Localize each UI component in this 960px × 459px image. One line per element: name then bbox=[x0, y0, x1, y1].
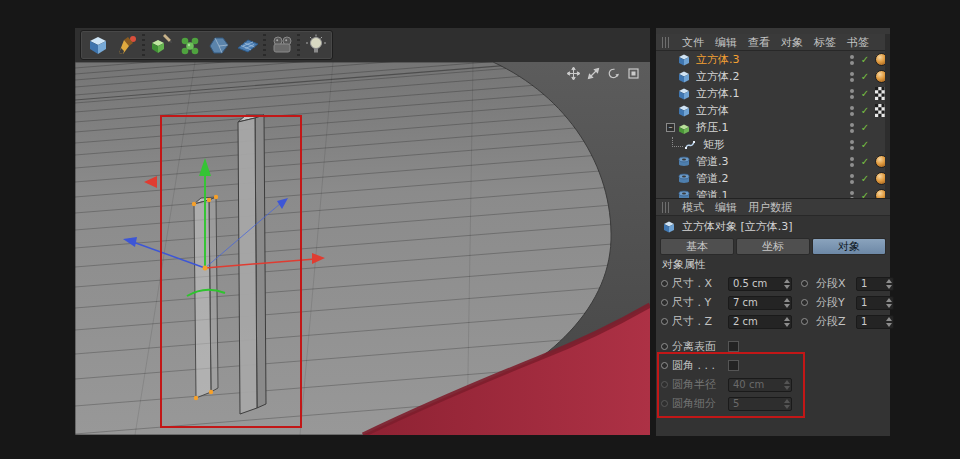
zoom-icon[interactable] bbox=[587, 67, 600, 80]
viewport-canvas[interactable] bbox=[75, 62, 650, 435]
anim-dot[interactable] bbox=[661, 299, 668, 306]
array-generator-icon[interactable] bbox=[175, 31, 204, 59]
enabled-check-icon[interactable]: ✓ bbox=[859, 190, 871, 198]
enabled-check-icon[interactable]: ✓ bbox=[859, 71, 871, 82]
menu-edit[interactable]: 编辑 bbox=[715, 200, 737, 215]
row-separate-surfaces: 分离表面 bbox=[656, 337, 890, 356]
fillet-subdivision-input: 5 bbox=[728, 397, 792, 411]
menu-bookmarks[interactable]: 书签 bbox=[847, 35, 869, 50]
object-row-tube1-clipped[interactable]: 管道.1 ✓ bbox=[656, 187, 890, 198]
visibility-toggles[interactable] bbox=[850, 123, 854, 133]
menu-userdata[interactable]: 用户数据 bbox=[748, 200, 792, 215]
plane-tool-icon[interactable] bbox=[233, 31, 262, 59]
object-label: 立方体.3 bbox=[696, 52, 850, 67]
object-list-scrollbar[interactable] bbox=[885, 34, 890, 198]
visibility-toggles[interactable] bbox=[850, 191, 854, 199]
menu-tags[interactable]: 标签 bbox=[814, 35, 836, 50]
menu-view[interactable]: 查看 bbox=[748, 35, 770, 50]
visibility-toggles[interactable] bbox=[850, 106, 854, 116]
toolbar-separator bbox=[297, 34, 300, 56]
menu-object[interactable]: 对象 bbox=[781, 35, 803, 50]
tab-coords[interactable]: 坐标 bbox=[736, 238, 810, 255]
size-z-input[interactable]: 2 cm bbox=[728, 315, 792, 329]
cube-primitive-icon[interactable] bbox=[83, 31, 112, 59]
stepper[interactable] bbox=[782, 278, 791, 290]
seg-x-label: 分段X bbox=[816, 276, 856, 291]
spline-object-icon bbox=[684, 138, 699, 152]
enabled-check-icon[interactable]: ✓ bbox=[859, 122, 871, 133]
object-row-cube2[interactable]: 立方体.2 ✓ bbox=[656, 68, 890, 85]
anim-dot[interactable] bbox=[801, 318, 808, 325]
stepper[interactable] bbox=[782, 297, 791, 309]
object-label: 立方体.1 bbox=[696, 86, 850, 101]
enabled-check-icon[interactable]: ✓ bbox=[859, 156, 871, 167]
enabled-check-icon[interactable]: ✓ bbox=[859, 88, 871, 99]
tab-basic[interactable]: 基本 bbox=[660, 238, 734, 255]
object-row-cube[interactable]: 立方体 ✓ bbox=[656, 102, 890, 119]
fillet-checkbox[interactable] bbox=[728, 360, 739, 371]
toggle-view-icon[interactable] bbox=[627, 67, 640, 80]
fillet-sub-label: 圆角细分 bbox=[672, 396, 728, 411]
menu-edit[interactable]: 编辑 bbox=[715, 35, 737, 50]
seg-z-input[interactable]: 1 bbox=[856, 315, 894, 329]
seg-x-input[interactable]: 1 bbox=[856, 277, 894, 291]
cube-object-icon bbox=[677, 104, 692, 118]
collapse-expander-icon[interactable]: – bbox=[666, 123, 675, 132]
tab-object[interactable]: 对象 bbox=[812, 238, 886, 255]
anim-dot[interactable] bbox=[661, 318, 668, 325]
stone-tool-icon[interactable] bbox=[204, 31, 233, 59]
object-row-cube1[interactable]: 立方体.1 ✓ bbox=[656, 85, 890, 102]
tree-elbow bbox=[672, 137, 683, 147]
attribute-title: 立方体对象 [立方体.3] bbox=[682, 219, 793, 234]
seg-y-input[interactable]: 1 bbox=[856, 296, 894, 310]
enabled-check-icon[interactable]: ✓ bbox=[859, 54, 871, 65]
row-size-z: 尺寸 . Z 2 cm 分段Z 1 bbox=[656, 312, 890, 331]
modeling-tool-icon[interactable] bbox=[146, 31, 175, 59]
size-x-input[interactable]: 0.5 cm bbox=[728, 277, 792, 291]
stepper[interactable] bbox=[782, 316, 791, 328]
tube-object-icon bbox=[677, 172, 692, 186]
visibility-toggles[interactable] bbox=[850, 89, 854, 99]
anim-dot[interactable] bbox=[801, 280, 808, 287]
anim-dot[interactable] bbox=[801, 299, 808, 306]
enabled-check-icon[interactable]: ✓ bbox=[859, 105, 871, 116]
anim-dot[interactable] bbox=[661, 362, 668, 369]
visibility-toggles[interactable] bbox=[850, 55, 854, 65]
section-object-properties: 对象属性 bbox=[656, 257, 890, 273]
camera-tool-icon[interactable] bbox=[267, 31, 296, 59]
attribute-manager: 模式 编辑 用户数据 立方体对象 [立方体.3] 基本 坐标 对象 对象属性 bbox=[656, 198, 890, 436]
enabled-check-icon[interactable]: ✓ bbox=[859, 173, 871, 184]
anim-dot[interactable] bbox=[661, 343, 668, 350]
visibility-toggles[interactable] bbox=[850, 140, 854, 150]
visibility-toggles[interactable] bbox=[850, 72, 854, 82]
paint-tool-icon[interactable] bbox=[112, 31, 141, 59]
size-y-input[interactable]: 7 cm bbox=[728, 296, 792, 310]
attribute-menubar: 模式 编辑 用户数据 bbox=[656, 199, 890, 216]
app-root: 文件 编辑 查看 对象 标签 书签 立方体.3 ✓ bbox=[0, 0, 960, 459]
separate-checkbox[interactable] bbox=[728, 341, 739, 352]
object-row-tube2[interactable]: 管道.2 ✓ bbox=[656, 170, 890, 187]
stepper[interactable] bbox=[884, 297, 893, 309]
rotate-icon[interactable] bbox=[607, 67, 620, 80]
light-tool-icon[interactable] bbox=[301, 31, 330, 59]
visibility-toggles[interactable] bbox=[850, 174, 854, 184]
stepper[interactable] bbox=[884, 316, 893, 328]
stepper[interactable] bbox=[884, 278, 893, 290]
panel-grip-icon[interactable] bbox=[662, 37, 671, 48]
menu-mode[interactable]: 模式 bbox=[682, 200, 704, 215]
seg-z-label: 分段Z bbox=[816, 314, 856, 329]
anim-dot bbox=[661, 400, 668, 407]
toolbar-separator bbox=[263, 34, 266, 56]
visibility-toggles[interactable] bbox=[850, 157, 854, 167]
pan-icon[interactable] bbox=[567, 67, 580, 80]
object-row-cube3[interactable]: 立方体.3 ✓ bbox=[656, 51, 890, 68]
object-row-tube3[interactable]: 管道.3 ✓ bbox=[656, 153, 890, 170]
menu-file[interactable]: 文件 bbox=[682, 35, 704, 50]
anim-dot[interactable] bbox=[661, 280, 668, 287]
enabled-check-icon[interactable]: ✓ bbox=[859, 139, 871, 150]
object-row-rectangle[interactable]: 矩形 ✓ bbox=[656, 136, 890, 153]
separate-label: 分离表面 bbox=[672, 339, 728, 354]
viewport[interactable] bbox=[75, 62, 650, 435]
object-row-extrude1[interactable]: – 挤压.1 ✓ bbox=[656, 119, 890, 136]
panel-grip-icon[interactable] bbox=[662, 202, 671, 213]
